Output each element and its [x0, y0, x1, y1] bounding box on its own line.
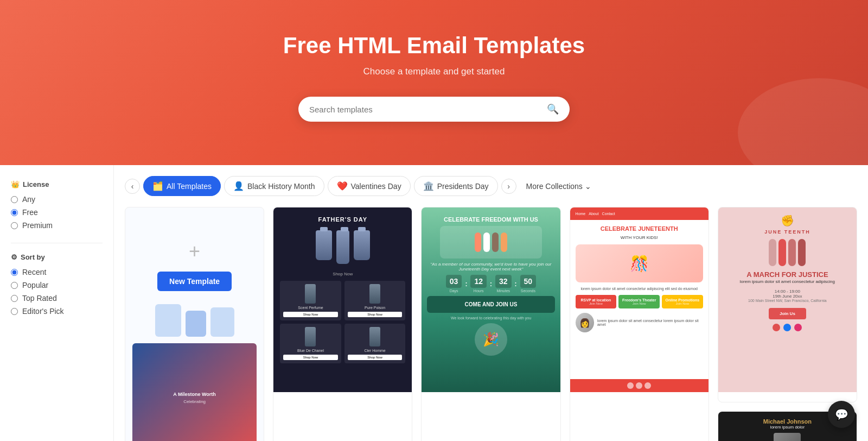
fathers-day-preview: FATHER'S DAY Shop Now Scent Perfume Shop…	[273, 207, 412, 392]
sidebar-divider	[11, 243, 103, 243]
more-collections-button[interactable]: More Collections ⌄	[520, 178, 598, 195]
sortby-section-title: ⚙ Sort by	[11, 253, 103, 261]
illus-card-1	[155, 304, 181, 337]
black-history-icon: 👤	[233, 181, 244, 191]
license-any[interactable]: Any	[11, 195, 103, 204]
valentines-icon: ❤️	[337, 181, 348, 191]
bottle-1	[316, 230, 332, 260]
license-premium[interactable]: Premium	[11, 221, 103, 230]
juneteenth-green-preview: CELEBRATE FREEDOM WITH US "As a member o…	[422, 207, 560, 392]
new-template-illustration	[146, 304, 243, 337]
product-3: Blue De Chanel Shop Now	[280, 324, 341, 363]
tab-valentines-day[interactable]: ❤️ Valentines Day	[328, 176, 411, 196]
chevron-down-icon: ⌄	[585, 182, 591, 191]
presidents-icon: 🏛️	[423, 181, 434, 191]
template-card-march-justice[interactable]: ✊ JUNE TEENTH A MARCH FOR JUSTICE lorem …	[718, 207, 857, 402]
product-2: Pure Poison Shop Now	[344, 281, 406, 320]
license-free-radio[interactable]	[11, 209, 18, 216]
tab-presidents-day[interactable]: 🏛️ Presidents Day	[414, 176, 498, 196]
collection-tabs: ‹ 🗂️ All Templates 👤 Black History Month…	[125, 176, 857, 196]
tab-next-btn[interactable]: ›	[501, 179, 516, 194]
hero-title: Free HTML Email Templates	[11, 33, 857, 59]
sort-popular[interactable]: Popular	[11, 281, 103, 289]
juneteenth-red-preview: Home About Contact CELEBRATE JUNETEENTH …	[570, 207, 709, 392]
sort-recent-radio[interactable]	[11, 269, 18, 276]
template-card-juneteenth-green[interactable]: CELEBRATE FREEDOM WITH US "As a member o…	[421, 207, 560, 441]
hero-section: Free HTML Email Templates Choose a templ…	[0, 0, 868, 165]
template-card-fathers-day[interactable]: FATHER'S DAY Shop Now Scent Perfume Shop…	[273, 207, 412, 441]
templates-grid: + New Template A Milestone Worth Celebra…	[125, 207, 857, 441]
sort-top-rated-radio[interactable]	[11, 295, 18, 302]
illus-card-2	[186, 311, 206, 337]
tab-prev-btn[interactable]: ‹	[125, 179, 140, 194]
product-4: Cler Homme Shop Now	[344, 324, 406, 363]
sort-popular-radio[interactable]	[11, 282, 18, 289]
chat-icon: 💬	[835, 408, 848, 421]
search-bar: 🔍	[298, 97, 570, 122]
sort-editors-pick[interactable]: Editor's Pick	[11, 307, 103, 316]
license-section-title: 👑 License	[11, 180, 103, 188]
sortby-radio-group: Recent Popular Top Rated Editor's Pick	[11, 268, 103, 316]
profile-photo	[774, 433, 801, 441]
illus-card-3	[210, 307, 234, 337]
chat-bubble-button[interactable]: 💬	[828, 401, 855, 428]
main-content: 👑 License Any Free Premium ⚙ Sort by	[0, 165, 868, 441]
march-justice-preview: ✊ JUNE TEENTH A MARCH FOR JUSTICE lorem …	[718, 207, 857, 392]
sidebar: 👑 License Any Free Premium ⚙ Sort by	[0, 165, 114, 441]
sort-icon: ⚙	[11, 253, 17, 261]
new-template-button[interactable]: New Template	[157, 272, 232, 291]
license-free[interactable]: Free	[11, 208, 103, 217]
hero-subtitle: Choose a template and get started	[11, 66, 857, 77]
sort-recent[interactable]: Recent	[11, 268, 103, 276]
search-input[interactable]	[309, 105, 547, 114]
crown-icon: 👑	[11, 180, 20, 188]
product-1: Scent Perfume Shop Now	[280, 281, 341, 320]
milestone-mini-preview: A Milestone Worth Celebrating	[132, 343, 257, 441]
tab-all-templates[interactable]: 🗂️ All Templates	[143, 176, 221, 196]
license-premium-radio[interactable]	[11, 222, 18, 229]
tab-black-history-month[interactable]: 👤 Black History Month	[224, 176, 324, 196]
bottle-3	[354, 230, 370, 260]
templates-area: ‹ 🗂️ All Templates 👤 Black History Month…	[114, 165, 868, 441]
template-card-juneteenth-red[interactable]: Home About Contact CELEBRATE JUNETEENTH …	[570, 207, 709, 441]
license-any-radio[interactable]	[11, 196, 18, 203]
new-template-card[interactable]: + New Template A Milestone Worth Celebra…	[125, 207, 264, 441]
sort-top-rated[interactable]: Top Rated	[11, 294, 103, 303]
all-templates-icon: 🗂️	[152, 181, 163, 191]
search-icon[interactable]: 🔍	[547, 103, 559, 115]
license-radio-group: Any Free Premium	[11, 195, 103, 230]
sort-editors-pick-radio[interactable]	[11, 308, 18, 315]
plus-icon: +	[189, 240, 200, 263]
bottle-2	[336, 230, 349, 264]
